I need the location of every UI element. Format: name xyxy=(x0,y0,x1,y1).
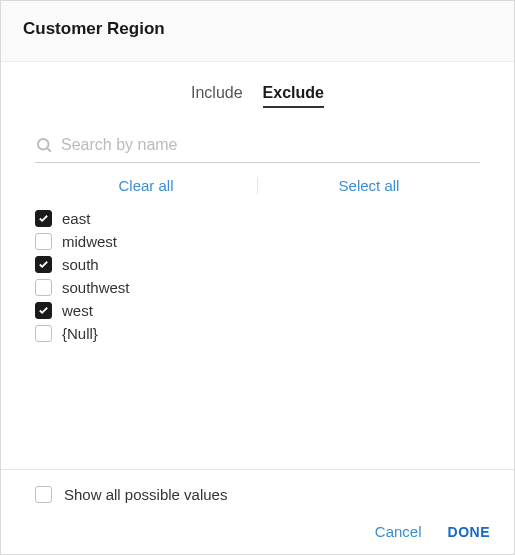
tab-exclude[interactable]: Exclude xyxy=(263,84,324,108)
filter-dialog: Customer Region Include Exclude Clear al… xyxy=(0,0,515,555)
list-item[interactable]: midwest xyxy=(35,233,480,250)
list-item[interactable]: southwest xyxy=(35,279,480,296)
footer-buttons: Cancel DONE xyxy=(35,523,490,540)
list-item-label: east xyxy=(62,210,90,227)
tabs: Include Exclude xyxy=(35,62,480,116)
list-item[interactable]: west xyxy=(35,302,480,319)
search-row xyxy=(35,126,480,163)
clear-all-button[interactable]: Clear all xyxy=(35,177,258,194)
cancel-button[interactable]: Cancel xyxy=(375,523,422,540)
show-all-label: Show all possible values xyxy=(64,486,227,503)
checkbox[interactable] xyxy=(35,210,52,227)
list-item-label: southwest xyxy=(62,279,130,296)
show-all-checkbox[interactable] xyxy=(35,486,52,503)
done-button[interactable]: DONE xyxy=(448,524,490,540)
bulk-actions: Clear all Select all xyxy=(35,163,480,208)
search-input[interactable] xyxy=(61,136,480,154)
dialog-header: Customer Region xyxy=(1,1,514,62)
dialog-body: Include Exclude Clear all Select all eas… xyxy=(1,62,514,469)
dialog-title: Customer Region xyxy=(23,19,492,39)
checkbox[interactable] xyxy=(35,233,52,250)
search-icon xyxy=(35,136,53,154)
list-item-label: midwest xyxy=(62,233,117,250)
list-item-label: west xyxy=(62,302,93,319)
svg-point-0 xyxy=(38,139,49,150)
list-item[interactable]: east xyxy=(35,210,480,227)
svg-line-1 xyxy=(47,148,51,152)
list-item[interactable]: south xyxy=(35,256,480,273)
show-all-toggle[interactable]: Show all possible values xyxy=(35,486,490,503)
select-all-button[interactable]: Select all xyxy=(258,177,480,194)
dialog-footer: Show all possible values Cancel DONE xyxy=(1,469,514,554)
value-list: eastmidwestsouthsouthwestwest{Null} xyxy=(35,208,480,342)
checkbox[interactable] xyxy=(35,302,52,319)
list-item[interactable]: {Null} xyxy=(35,325,480,342)
list-item-label: {Null} xyxy=(62,325,98,342)
list-item-label: south xyxy=(62,256,99,273)
checkbox[interactable] xyxy=(35,256,52,273)
tab-include[interactable]: Include xyxy=(191,84,243,108)
checkbox[interactable] xyxy=(35,279,52,296)
checkbox[interactable] xyxy=(35,325,52,342)
